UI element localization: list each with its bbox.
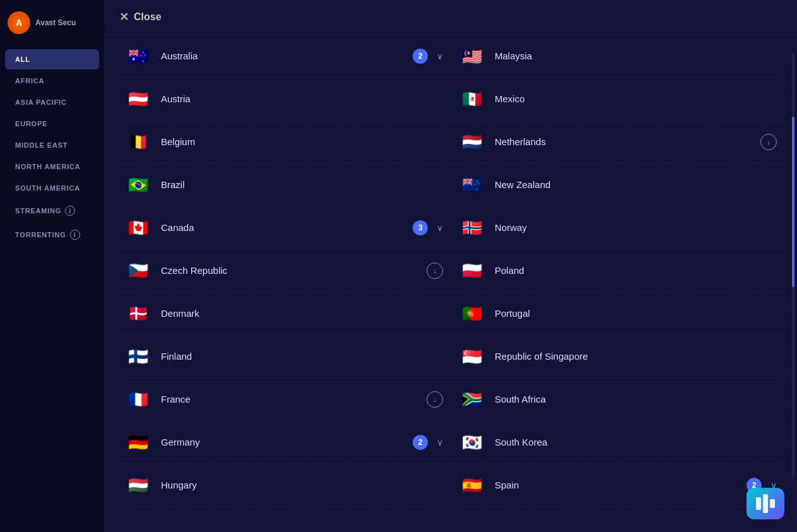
sidebar-item-label-north-america: NORTH AMERICA xyxy=(15,163,81,170)
flag-portugal: 🇵🇹 xyxy=(458,300,486,328)
country-name: Denmark xyxy=(161,308,443,319)
chevron-down-icon[interactable]: ∨ xyxy=(437,223,443,233)
analytics-widget[interactable] xyxy=(747,488,784,519)
country-item-belgium[interactable]: 🇧🇪Belgium xyxy=(117,121,451,163)
flag-denmark: 🇩🇰 xyxy=(124,300,152,328)
chevron-down-icon[interactable]: ∨ xyxy=(437,437,443,447)
chevron-down-icon[interactable]: ∨ xyxy=(437,51,443,61)
sidebar-item-label-asia-pacific: ASIA PACIFIC xyxy=(15,98,67,106)
country-name: Portugal xyxy=(495,308,777,319)
flag-hungary: 🇭🇺 xyxy=(124,471,152,499)
country-item-australia[interactable]: 🇦🇺Australia2∨ xyxy=(117,35,451,78)
close-label: Close xyxy=(134,11,162,23)
flag-south-korea: 🇰🇷 xyxy=(458,429,486,456)
flag-belgium: 🇧🇪 xyxy=(124,128,152,156)
server-count-badge: 3 xyxy=(413,220,428,235)
country-item-south-africa[interactable]: 🇿🇦South Africa xyxy=(451,378,784,421)
sidebar-item-label-streaming: STREAMING xyxy=(15,207,61,215)
sidebar-item-africa[interactable]: AFRICA xyxy=(5,71,99,91)
flag-norway: 🇳🇴 xyxy=(458,214,486,242)
download-icon[interactable]: ↓ xyxy=(760,134,777,150)
country-name: South Korea xyxy=(495,437,777,447)
sidebar-item-south-america[interactable]: SOUTH AMERICA xyxy=(5,178,99,198)
sidebar-item-label-south-america: SOUTH AMERICA xyxy=(15,184,80,192)
sidebar-item-streaming[interactable]: STREAMINGi xyxy=(5,199,99,222)
country-name: Finland xyxy=(161,351,443,362)
bar-1 xyxy=(756,497,761,510)
sidebar-item-europe[interactable]: EUROPE xyxy=(5,114,99,134)
sidebar-item-middle-east[interactable]: MIDDLE EAST xyxy=(5,135,99,155)
info-icon[interactable]: i xyxy=(65,206,75,216)
sidebar-item-label-middle-east: MIDDLE EAST xyxy=(15,141,68,149)
country-item-czech-republic[interactable]: 🇨🇿Czech Republic↓ xyxy=(117,249,451,292)
country-name: South Africa xyxy=(495,394,777,405)
country-item-norway[interactable]: 🇳🇴Norway xyxy=(451,206,784,249)
flag-spain: 🇪🇸 xyxy=(458,471,486,499)
flag-brazil: 🇧🇷 xyxy=(124,171,152,199)
close-button[interactable]: ✕ Close xyxy=(119,10,162,24)
flag-finland: 🇫🇮 xyxy=(124,343,152,370)
sidebar-item-torrenting[interactable]: TORRENTINGi xyxy=(5,223,99,246)
country-name: Netherlands xyxy=(495,136,752,147)
flag-australia: 🇦🇺 xyxy=(124,42,152,70)
country-name: Belgium xyxy=(161,136,443,147)
country-list: 🇦🇺Australia2∨🇲🇾Malaysia🇦🇹Austria🇲🇽Mexico… xyxy=(104,35,797,532)
country-item-republic-of-singapore[interactable]: 🇸🇬Republic of Singapore xyxy=(451,335,784,378)
sidebar-item-label-africa: AFRICA xyxy=(15,77,44,85)
sidebar-nav: ALLAFRICAASIA PACIFICEUROPEMIDDLE EASTNO… xyxy=(0,44,104,251)
flag-germany: 🇩🇪 xyxy=(124,429,152,456)
country-item-spain[interactable]: 🇪🇸Spain2∨ xyxy=(451,464,784,507)
info-icon[interactable]: i xyxy=(70,230,80,240)
sidebar-item-label-all: ALL xyxy=(15,56,30,63)
flag-france: 🇫🇷 xyxy=(124,386,152,413)
country-item-netherlands[interactable]: 🇳🇱Netherlands↓ xyxy=(451,121,784,163)
country-item-brazil[interactable]: 🇧🇷Brazil xyxy=(117,163,451,206)
country-item-france[interactable]: 🇫🇷France↓ xyxy=(117,378,451,421)
country-name: Mexico xyxy=(495,93,777,104)
country-name: Czech Republic xyxy=(161,265,418,276)
download-icon[interactable]: ↓ xyxy=(427,391,443,408)
topbar: ✕ Close xyxy=(104,0,797,35)
country-item-south-korea[interactable]: 🇰🇷South Korea xyxy=(451,421,784,464)
country-item-denmark[interactable]: 🇩🇰Denmark xyxy=(117,292,451,335)
server-count-badge: 2 xyxy=(413,49,428,64)
flag-mexico: 🇲🇽 xyxy=(458,85,486,113)
bar-3 xyxy=(770,499,775,508)
server-count-badge: 2 xyxy=(413,435,428,450)
sidebar-item-asia-pacific[interactable]: ASIA PACIFIC xyxy=(5,92,99,112)
country-item-mexico[interactable]: 🇲🇽Mexico xyxy=(451,78,784,121)
country-name: France xyxy=(161,394,418,405)
country-name: Norway xyxy=(495,222,777,233)
flag-netherlands: 🇳🇱 xyxy=(458,128,486,156)
country-name: Spain xyxy=(495,480,738,490)
scrollbar-thumb[interactable] xyxy=(792,117,794,287)
country-item-germany[interactable]: 🇩🇪Germany2∨ xyxy=(117,421,451,464)
app-header: A Avast Secu xyxy=(0,6,104,44)
flag-malaysia: 🇲🇾 xyxy=(458,42,486,70)
country-item-finland[interactable]: 🇫🇮Finland xyxy=(117,335,451,378)
download-icon[interactable]: ↓ xyxy=(427,263,443,279)
sidebar-item-north-america[interactable]: NORTH AMERICA xyxy=(5,157,99,177)
country-item-malaysia[interactable]: 🇲🇾Malaysia xyxy=(451,35,784,78)
flag-new-zealand: 🇳🇿 xyxy=(458,171,486,199)
flag-republic-of-singapore: 🇸🇬 xyxy=(458,343,486,370)
country-item-hungary[interactable]: 🇭🇺Hungary xyxy=(117,464,451,507)
flag-poland: 🇵🇱 xyxy=(458,257,486,285)
country-name: Brazil xyxy=(161,179,443,190)
sidebar-item-all[interactable]: ALL xyxy=(5,49,99,69)
country-item-new-zealand[interactable]: 🇳🇿New Zealand xyxy=(451,163,784,206)
country-name: New Zealand xyxy=(495,179,777,190)
country-name: Malaysia xyxy=(495,50,777,61)
sidebar-item-label-torrenting: TORRENTING xyxy=(15,231,66,239)
flag-canada: 🇨🇦 xyxy=(124,214,152,242)
country-name: Hungary xyxy=(161,480,443,490)
country-item-austria[interactable]: 🇦🇹Austria xyxy=(117,78,451,121)
app-title: Avast Secu xyxy=(35,18,76,27)
country-item-poland[interactable]: 🇵🇱Poland xyxy=(451,249,784,292)
country-item-portugal[interactable]: 🇵🇹Portugal xyxy=(451,292,784,335)
country-name: Canada xyxy=(161,222,404,233)
scrollbar-track[interactable] xyxy=(792,53,794,478)
app-logo: A xyxy=(8,11,30,34)
country-item-canada[interactable]: 🇨🇦Canada3∨ xyxy=(117,206,451,249)
main-panel: ✕ Close 🇦🇺Australia2∨🇲🇾Malaysia🇦🇹Austria… xyxy=(104,0,797,532)
